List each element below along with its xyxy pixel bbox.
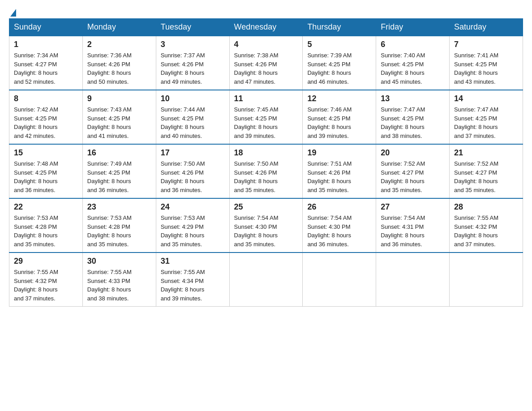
day-cell: 8Sunrise: 7:42 AMSunset: 4:25 PMDaylight… <box>9 90 83 144</box>
col-header-monday: Monday <box>82 19 156 36</box>
day-cell: 16Sunrise: 7:49 AMSunset: 4:25 PMDayligh… <box>82 144 156 198</box>
day-number: 16 <box>87 148 151 158</box>
day-number: 22 <box>14 202 78 212</box>
day-number: 25 <box>234 202 298 212</box>
day-info: Sunrise: 7:38 AMSunset: 4:26 PMDaylight:… <box>234 51 298 86</box>
page-header <box>9 9 523 14</box>
calendar-table: SundayMondayTuesdayWednesdayThursdayFrid… <box>9 18 523 307</box>
day-cell: 28Sunrise: 7:55 AMSunset: 4:32 PMDayligh… <box>450 198 523 253</box>
day-info: Sunrise: 7:39 AMSunset: 4:25 PMDaylight:… <box>307 51 371 86</box>
day-number: 23 <box>87 202 151 212</box>
day-info: Sunrise: 7:52 AMSunset: 4:27 PMDaylight:… <box>454 159 518 194</box>
day-info: Sunrise: 7:34 AMSunset: 4:27 PMDaylight:… <box>14 51 78 86</box>
day-number: 11 <box>234 94 298 103</box>
day-number: 26 <box>307 202 371 212</box>
day-cell: 26Sunrise: 7:54 AMSunset: 4:30 PMDayligh… <box>303 198 376 253</box>
day-cell: 11Sunrise: 7:45 AMSunset: 4:25 PMDayligh… <box>229 90 303 144</box>
col-header-wednesday: Wednesday <box>229 19 303 36</box>
day-number: 12 <box>307 94 371 103</box>
col-header-tuesday: Tuesday <box>156 19 229 36</box>
day-info: Sunrise: 7:53 AMSunset: 4:28 PMDaylight:… <box>87 214 151 248</box>
day-cell: 10Sunrise: 7:44 AMSunset: 4:25 PMDayligh… <box>156 90 229 144</box>
day-cell <box>450 253 523 307</box>
day-cell: 22Sunrise: 7:53 AMSunset: 4:28 PMDayligh… <box>9 198 83 253</box>
day-info: Sunrise: 7:53 AMSunset: 4:28 PMDaylight:… <box>14 214 78 248</box>
week-row-3: 15Sunrise: 7:48 AMSunset: 4:25 PMDayligh… <box>9 144 523 198</box>
day-cell: 29Sunrise: 7:55 AMSunset: 4:32 PMDayligh… <box>9 253 83 307</box>
day-info: Sunrise: 7:49 AMSunset: 4:25 PMDaylight:… <box>87 159 151 194</box>
day-number: 14 <box>454 94 518 103</box>
day-cell: 27Sunrise: 7:54 AMSunset: 4:31 PMDayligh… <box>376 198 450 253</box>
day-cell: 21Sunrise: 7:52 AMSunset: 4:27 PMDayligh… <box>450 144 523 198</box>
day-info: Sunrise: 7:44 AMSunset: 4:25 PMDaylight:… <box>161 105 225 140</box>
day-cell: 2Sunrise: 7:36 AMSunset: 4:26 PMDaylight… <box>82 36 156 90</box>
day-info: Sunrise: 7:40 AMSunset: 4:25 PMDaylight:… <box>381 51 445 86</box>
day-number: 18 <box>234 148 298 158</box>
day-number: 28 <box>454 202 518 212</box>
day-number: 24 <box>161 202 225 212</box>
day-cell: 19Sunrise: 7:51 AMSunset: 4:26 PMDayligh… <box>303 144 376 198</box>
day-number: 8 <box>14 94 78 103</box>
day-info: Sunrise: 7:45 AMSunset: 4:25 PMDaylight:… <box>234 105 298 140</box>
day-number: 19 <box>307 148 371 158</box>
week-row-2: 8Sunrise: 7:42 AMSunset: 4:25 PMDaylight… <box>9 90 523 144</box>
logo-triangle-icon <box>10 9 16 17</box>
day-cell: 30Sunrise: 7:55 AMSunset: 4:33 PMDayligh… <box>82 253 156 307</box>
day-cell: 13Sunrise: 7:47 AMSunset: 4:25 PMDayligh… <box>376 90 450 144</box>
day-number: 15 <box>14 148 78 158</box>
day-info: Sunrise: 7:55 AMSunset: 4:32 PMDaylight:… <box>454 214 518 248</box>
day-cell: 20Sunrise: 7:52 AMSunset: 4:27 PMDayligh… <box>376 144 450 198</box>
day-number: 27 <box>381 202 445 212</box>
day-info: Sunrise: 7:47 AMSunset: 4:25 PMDaylight:… <box>454 105 518 140</box>
day-info: Sunrise: 7:55 AMSunset: 4:33 PMDaylight:… <box>87 268 151 303</box>
day-number: 20 <box>381 148 445 158</box>
day-number: 4 <box>234 40 298 49</box>
day-cell: 4Sunrise: 7:38 AMSunset: 4:26 PMDaylight… <box>229 36 303 90</box>
day-info: Sunrise: 7:43 AMSunset: 4:25 PMDaylight:… <box>87 105 151 140</box>
week-row-5: 29Sunrise: 7:55 AMSunset: 4:32 PMDayligh… <box>9 253 523 307</box>
day-number: 9 <box>87 94 151 103</box>
day-number: 30 <box>87 257 151 266</box>
day-cell: 3Sunrise: 7:37 AMSunset: 4:26 PMDaylight… <box>156 36 229 90</box>
day-info: Sunrise: 7:54 AMSunset: 4:31 PMDaylight:… <box>381 214 445 248</box>
day-cell <box>303 253 376 307</box>
col-header-sunday: Sunday <box>9 19 83 36</box>
day-number: 1 <box>14 40 78 49</box>
day-cell: 1Sunrise: 7:34 AMSunset: 4:27 PMDaylight… <box>9 36 83 90</box>
day-info: Sunrise: 7:37 AMSunset: 4:26 PMDaylight:… <box>161 51 225 86</box>
day-info: Sunrise: 7:54 AMSunset: 4:30 PMDaylight:… <box>234 214 298 248</box>
day-number: 3 <box>161 40 225 49</box>
day-number: 10 <box>161 94 225 103</box>
week-row-4: 22Sunrise: 7:53 AMSunset: 4:28 PMDayligh… <box>9 198 523 253</box>
day-number: 17 <box>161 148 225 158</box>
day-cell: 31Sunrise: 7:55 AMSunset: 4:34 PMDayligh… <box>156 253 229 307</box>
day-info: Sunrise: 7:54 AMSunset: 4:30 PMDaylight:… <box>307 214 371 248</box>
day-cell: 6Sunrise: 7:40 AMSunset: 4:25 PMDaylight… <box>376 36 450 90</box>
day-number: 2 <box>87 40 151 49</box>
day-number: 31 <box>161 257 225 266</box>
logo <box>9 9 17 14</box>
day-cell: 18Sunrise: 7:50 AMSunset: 4:26 PMDayligh… <box>229 144 303 198</box>
day-cell: 24Sunrise: 7:53 AMSunset: 4:29 PMDayligh… <box>156 198 229 253</box>
day-info: Sunrise: 7:52 AMSunset: 4:27 PMDaylight:… <box>381 159 445 194</box>
day-cell <box>376 253 450 307</box>
col-header-thursday: Thursday <box>303 19 376 36</box>
day-cell: 7Sunrise: 7:41 AMSunset: 4:25 PMDaylight… <box>450 36 523 90</box>
day-cell: 9Sunrise: 7:43 AMSunset: 4:25 PMDaylight… <box>82 90 156 144</box>
day-info: Sunrise: 7:53 AMSunset: 4:29 PMDaylight:… <box>161 214 225 248</box>
day-cell: 15Sunrise: 7:48 AMSunset: 4:25 PMDayligh… <box>9 144 83 198</box>
col-header-saturday: Saturday <box>450 19 523 36</box>
day-info: Sunrise: 7:50 AMSunset: 4:26 PMDaylight:… <box>161 159 225 194</box>
day-info: Sunrise: 7:36 AMSunset: 4:26 PMDaylight:… <box>87 51 151 86</box>
day-cell: 5Sunrise: 7:39 AMSunset: 4:25 PMDaylight… <box>303 36 376 90</box>
day-cell: 14Sunrise: 7:47 AMSunset: 4:25 PMDayligh… <box>450 90 523 144</box>
day-number: 29 <box>14 257 78 266</box>
day-info: Sunrise: 7:55 AMSunset: 4:32 PMDaylight:… <box>14 268 78 303</box>
day-info: Sunrise: 7:41 AMSunset: 4:25 PMDaylight:… <box>454 51 518 86</box>
day-cell: 12Sunrise: 7:46 AMSunset: 4:25 PMDayligh… <box>303 90 376 144</box>
day-cell: 23Sunrise: 7:53 AMSunset: 4:28 PMDayligh… <box>82 198 156 253</box>
day-info: Sunrise: 7:42 AMSunset: 4:25 PMDaylight:… <box>14 105 78 140</box>
day-info: Sunrise: 7:50 AMSunset: 4:26 PMDaylight:… <box>234 159 298 194</box>
day-number: 6 <box>381 40 445 49</box>
day-info: Sunrise: 7:48 AMSunset: 4:25 PMDaylight:… <box>14 159 78 194</box>
